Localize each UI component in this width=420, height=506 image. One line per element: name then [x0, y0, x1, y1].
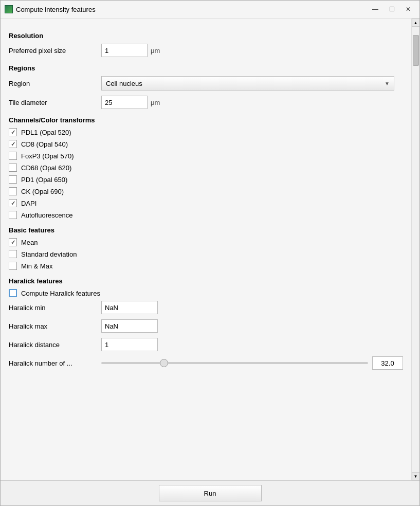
tile-diameter-input[interactable] — [101, 96, 148, 109]
channel-label: PDL1 (Opal 520) — [21, 129, 71, 136]
basic-feature-label: Standard deviation — [21, 250, 77, 258]
channel-checkbox[interactable] — [9, 187, 17, 195]
haralick-distance-row: Haralick distance — [9, 338, 403, 351]
channel-item: DAPI — [9, 199, 403, 207]
tile-diameter-row: Tile diameter μm — [9, 96, 403, 109]
pixel-size-label: Preferred pixel size — [9, 47, 101, 55]
basic-feature-checkbox[interactable] — [9, 262, 17, 270]
titlebar: Compute intensity features — ☐ ✕ — [1, 1, 419, 19]
channel-checkbox[interactable] — [9, 164, 17, 172]
scroll-thumb[interactable] — [413, 35, 419, 66]
channel-item: CK (Opal 690) — [9, 187, 403, 195]
channel-item: PDL1 (Opal 520) — [9, 128, 403, 136]
region-dropdown[interactable]: Cell nucleus ▼ — [101, 76, 394, 91]
haralick-distance-label: Haralick distance — [9, 341, 101, 349]
basic-features-header: Basic features — [9, 226, 403, 234]
channels-list: PDL1 (Opal 520)CD8 (Opal 540)FoxP3 (Opal… — [9, 128, 403, 219]
channel-item: Autofluorescence — [9, 211, 403, 219]
basic-feature-label: Mean — [21, 239, 38, 246]
channel-label: CD8 (Opal 540) — [21, 140, 68, 148]
basic-feature-item: Mean — [9, 238, 403, 246]
haralick-compute-label: Compute Haralick features — [21, 290, 100, 297]
basic-features-list: MeanStandard deviationMin & Max — [9, 238, 403, 270]
channels-header: Channels/Color transforms — [9, 116, 403, 124]
window-title: Compute intensity features — [16, 6, 96, 13]
run-button[interactable]: Run — [159, 485, 262, 501]
scroll-up-arrow[interactable]: ▲ — [412, 19, 420, 27]
channel-checkbox[interactable] — [9, 128, 17, 136]
haralick-min-label: Haralick min — [9, 304, 101, 312]
channel-label: Autofluorescence — [21, 211, 72, 219]
channel-checkbox[interactable] — [9, 152, 17, 160]
haralick-distance-input[interactable] — [101, 338, 158, 351]
channel-item: PD1 (Opal 650) — [9, 175, 403, 184]
channel-checkbox[interactable] — [9, 199, 17, 207]
channel-label: PD1 (Opal 650) — [21, 176, 67, 184]
channel-label: CD68 (Opal 620) — [21, 164, 71, 172]
scroll-down-arrow[interactable]: ▼ — [412, 472, 420, 480]
pixel-size-input[interactable] — [101, 44, 148, 57]
channel-item: CD8 (Opal 540) — [9, 140, 403, 148]
app-icon — [5, 5, 13, 13]
scrollbar: ▲ ▼ — [411, 19, 419, 480]
resolution-header: Resolution — [9, 32, 403, 40]
close-button[interactable]: ✕ — [401, 4, 415, 15]
region-dropdown-value: Cell nucleus — [106, 80, 142, 87]
channel-label: FoxP3 (Opal 570) — [21, 152, 74, 160]
basic-feature-item: Standard deviation — [9, 250, 403, 258]
titlebar-left: Compute intensity features — [5, 5, 96, 13]
tile-diameter-label: Tile diameter — [9, 99, 101, 106]
channel-checkbox[interactable] — [9, 140, 17, 148]
pixel-size-row: Preferred pixel size μm — [9, 44, 403, 57]
haralick-number-row: Haralick number of ... 32.0 — [9, 356, 403, 370]
basic-feature-label: Min & Max — [21, 262, 52, 270]
footer: Run — [1, 480, 419, 505]
channel-item: FoxP3 (Opal 570) — [9, 152, 403, 160]
haralick-number-value: 32.0 — [372, 356, 403, 370]
content-area: Resolution Preferred pixel size μm Regio… — [1, 19, 419, 480]
haralick-header: Haralick features — [9, 277, 403, 285]
tile-diameter-unit: μm — [151, 99, 160, 106]
haralick-min-input[interactable] — [101, 301, 158, 314]
titlebar-controls: — ☐ ✕ — [368, 4, 415, 15]
haralick-compute-checkbox[interactable] — [9, 289, 17, 297]
chevron-down-icon: ▼ — [385, 81, 390, 86]
channel-item: CD68 (Opal 620) — [9, 164, 403, 172]
haralick-max-input[interactable] — [101, 319, 158, 333]
haralick-max-label: Haralick max — [9, 322, 101, 330]
region-row: Region Cell nucleus ▼ — [9, 76, 403, 91]
basic-feature-item: Min & Max — [9, 262, 403, 270]
minimize-button[interactable]: — — [368, 4, 382, 15]
pixel-size-unit: μm — [151, 47, 160, 55]
channel-label: DAPI — [21, 200, 36, 207]
haralick-min-row: Haralick min — [9, 301, 403, 314]
maximize-button[interactable]: ☐ — [385, 4, 399, 15]
channel-label: CK (Opal 690) — [21, 188, 64, 195]
region-label: Region — [9, 80, 101, 87]
haralick-slider-track — [101, 362, 368, 364]
haralick-slider-container — [101, 358, 368, 368]
regions-header: Regions — [9, 64, 403, 72]
haralick-compute-row: Compute Haralick features — [9, 289, 403, 297]
main-window: Compute intensity features — ☐ ✕ Resolut… — [0, 0, 420, 506]
channel-checkbox[interactable] — [9, 175, 17, 184]
haralick-max-row: Haralick max — [9, 319, 403, 333]
channel-checkbox[interactable] — [9, 211, 17, 219]
haralick-number-label: Haralick number of ... — [9, 359, 101, 367]
main-content: Resolution Preferred pixel size μm Regio… — [1, 19, 411, 480]
basic-feature-checkbox[interactable] — [9, 238, 17, 246]
haralick-slider-thumb[interactable] — [160, 359, 168, 367]
basic-feature-checkbox[interactable] — [9, 250, 17, 258]
